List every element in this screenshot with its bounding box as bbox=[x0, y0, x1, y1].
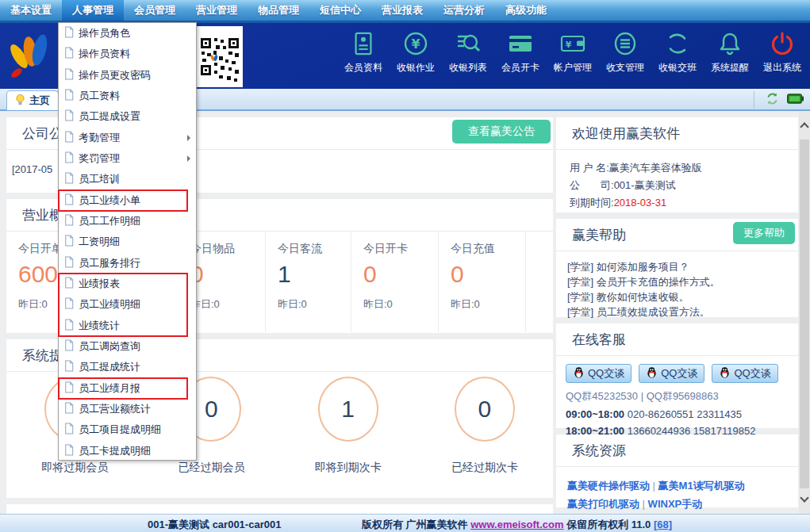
qq-chat-button[interactable]: QQ交谈 bbox=[712, 364, 777, 383]
online-support-panel: 在线客服 QQ交谈QQ交谈QQ交谈 QQ群45232530 | QQ群95698… bbox=[556, 323, 798, 428]
resource-link[interactable]: 赢美M1读写机驱动 bbox=[658, 480, 745, 492]
dropdown-item-attendance-management[interactable]: 考勤管理 bbox=[59, 128, 196, 148]
dropdown-item-staff-performance-detail[interactable]: 员工业绩明细 bbox=[59, 294, 196, 315]
toolbar-member-info[interactable]: 会员资料 bbox=[337, 29, 390, 75]
scroll-down-icon[interactable] bbox=[800, 493, 808, 502]
dropdown-item-label: 员工提成设置 bbox=[79, 109, 140, 124]
dropdown-item-label: 员工项目提成明细 bbox=[79, 423, 161, 437]
help-line[interactable]: [学堂] 教你如何快速收银。 bbox=[567, 289, 798, 304]
toolbar-account-management[interactable]: ¥帐户管理 bbox=[547, 29, 599, 75]
menu-item-business-reports[interactable]: 营业报表 bbox=[371, 0, 433, 21]
page-icon bbox=[64, 423, 74, 437]
bulb-icon bbox=[15, 94, 25, 109]
reminder-count-cards-expired: 0已经过期次卡 bbox=[417, 377, 553, 475]
menu-item-advanced-functions[interactable]: 高级功能 bbox=[495, 0, 557, 21]
help-line[interactable]: [学堂] 会员开卡充值的操作方式。 bbox=[567, 274, 798, 289]
resource-link[interactable]: 赢美硬件操作驱动 bbox=[567, 480, 650, 492]
dropdown-item-label: 业绩报表 bbox=[79, 277, 120, 291]
dropdown-item-staff-performance-slip[interactable]: 员工业绩小单 bbox=[59, 190, 196, 211]
help-lines: [学堂] 如何添加服务项目？[学堂] 会员开卡充值的操作方式。[学堂] 教你如何… bbox=[556, 251, 798, 320]
qq-chat-button[interactable]: QQ交谈 bbox=[566, 364, 631, 383]
statusbar-copyright: 版权所有 广州赢美软件 www.emeisoft.com 保留所有权利 11.0… bbox=[362, 518, 672, 532]
dropdown-item-label: 员工营业额统计 bbox=[79, 402, 151, 416]
dropdown-item-staff-project-commission-detail[interactable]: 员工项目提成明细 bbox=[59, 419, 196, 440]
toolbar-label: 收支管理 bbox=[599, 61, 651, 75]
stat-label: 今日物品 bbox=[190, 242, 265, 256]
toolbar-cashier-list[interactable]: 收银列表 bbox=[442, 29, 494, 75]
system-resources-panel: 系统资源 赢美硬件操作驱动 | 赢美M1读写机驱动赢美打印机驱动 | WINXP… bbox=[556, 434, 798, 507]
welcome-line: 用 户 名:赢美汽车美容体验版 bbox=[570, 159, 798, 177]
copyright-prefix: 版权所有 广州赢美软件 bbox=[362, 519, 470, 530]
dropdown-item-reward-punishment[interactable]: 奖罚管理 bbox=[59, 148, 196, 169]
stat-filler bbox=[526, 232, 553, 332]
scrollbar[interactable] bbox=[799, 111, 810, 514]
stat-yesterday: 昨日:0 bbox=[278, 297, 351, 312]
view-announcement-button[interactable]: 查看赢美公告 bbox=[452, 120, 551, 144]
resource-link[interactable]: WINXP手动 bbox=[648, 498, 703, 510]
dropdown-item-label: 业绩统计 bbox=[79, 319, 120, 333]
toolbar-member-open-card[interactable]: 会员开卡 bbox=[494, 29, 547, 75]
dropdown-item-operator-change-password[interactable]: 操作员更改密码 bbox=[59, 65, 196, 86]
reminder-count-cards-expiring-soon: 1即将到期次卡 bbox=[280, 377, 417, 475]
stat-today-recharge: 今日充值0昨日:0 bbox=[439, 232, 526, 332]
welcome-line: 到期时间:2018-03-31 bbox=[570, 194, 798, 212]
menu-item-goods-management[interactable]: 物品管理 bbox=[248, 0, 309, 21]
toolbar-income-expense[interactable]: 收支管理 bbox=[599, 29, 651, 75]
toolbar-cashier-shift[interactable]: 收银交班 bbox=[651, 29, 704, 75]
dropdown-item-staff-revenue-statistics[interactable]: 员工营业额统计 bbox=[59, 399, 196, 419]
dropdown-item-label: 奖罚管理 bbox=[79, 151, 120, 166]
dropdown-item-staff-transfer-query[interactable]: 员工调岗查询 bbox=[59, 336, 196, 357]
menu-item-basic-settings[interactable]: 基本设置 bbox=[0, 0, 62, 21]
tab-home[interactable]: 主页 bbox=[6, 90, 59, 110]
qq-chat-button[interactable]: QQ交谈 bbox=[639, 364, 704, 383]
toolbar-cashier-work[interactable]: ¥收银作业 bbox=[390, 29, 442, 75]
dropdown-item-staff-work-detail[interactable]: 员工工作明细 bbox=[59, 211, 196, 232]
welcome-title: 欢迎使用赢美软件 bbox=[556, 117, 798, 150]
page-icon bbox=[64, 277, 74, 291]
more-help-button[interactable]: 更多帮助 bbox=[733, 222, 795, 244]
hr-management-dropdown: 操作员角色操作员资料操作员更改密码员工资料员工提成设置考勤管理奖罚管理员工培训员… bbox=[58, 22, 197, 461]
page-icon bbox=[64, 68, 74, 82]
scroll-up-icon[interactable] bbox=[800, 122, 808, 131]
dropdown-item-salary-detail[interactable]: 工资明细 bbox=[59, 232, 196, 252]
menu-item-operation-analysis[interactable]: 运营分析 bbox=[433, 0, 495, 21]
menubar: 基本设置人事管理会员管理营业管理物品管理短信中心营业报表运营分析高级功能 bbox=[0, 0, 810, 21]
dropdown-item-operator-role[interactable]: 操作员角色 bbox=[59, 23, 196, 44]
dropdown-item-staff-performance-monthly[interactable]: 员工业绩月报 bbox=[59, 378, 196, 399]
stat-label: 今日开卡 bbox=[363, 242, 438, 256]
toolbar-label: 收银作业 bbox=[390, 61, 442, 75]
dropdown-item-performance-report[interactable]: 业绩报表 bbox=[59, 274, 196, 294]
resource-link-row: 赢美硬件操作驱动 | 赢美M1读写机驱动 bbox=[567, 477, 798, 495]
dropdown-item-staff-commission-statistics[interactable]: 员工提成统计 bbox=[59, 357, 196, 377]
help-panel: 赢美帮助 更多帮助 [学堂] 如何添加服务项目？[学堂] 会员开卡充值的操作方式… bbox=[556, 219, 798, 317]
online-support-title: 在线客服 bbox=[556, 323, 798, 356]
next-panel-edge bbox=[6, 504, 553, 514]
page-icon bbox=[64, 151, 74, 166]
menu-item-hr-management[interactable]: 人事管理 bbox=[62, 0, 124, 21]
help-line[interactable]: [学堂] 如何添加服务项目？ bbox=[567, 259, 798, 274]
menu-item-sms-center[interactable]: 短信中心 bbox=[309, 0, 371, 21]
dropdown-item-staff-service-ranking[interactable]: 员工服务排行 bbox=[59, 253, 196, 274]
dropdown-item-staff-commission-settings[interactable]: 员工提成设置 bbox=[59, 106, 196, 127]
battery-icon[interactable] bbox=[787, 93, 804, 107]
refresh-icon[interactable] bbox=[766, 92, 779, 109]
resource-link[interactable]: 赢美打印机驱动 bbox=[567, 498, 639, 510]
help-line[interactable]: [学堂] 员工绩效提成设置方法。 bbox=[567, 304, 798, 320]
page-icon bbox=[64, 26, 74, 40]
dropdown-item-staff-training[interactable]: 员工培训 bbox=[59, 169, 196, 189]
dropdown-item-staff-profile[interactable]: 员工资料 bbox=[59, 86, 196, 106]
dropdown-item-performance-statistics[interactable]: 业绩统计 bbox=[59, 316, 196, 336]
page-icon bbox=[64, 297, 74, 312]
app-window: 基本设置人事管理会员管理营业管理物品管理短信中心营业报表运营分析高级功能 bbox=[0, 0, 810, 532]
toolbar-system-reminder[interactable]: 系统提醒 bbox=[704, 29, 756, 75]
wallet-icon: ¥ bbox=[547, 29, 599, 58]
dropdown-item-staff-card-commission-detail[interactable]: 员工卡提成明细 bbox=[59, 441, 196, 461]
build-link[interactable]: [68] bbox=[654, 519, 672, 530]
scrollbar-thumb[interactable] bbox=[800, 140, 809, 488]
toolbar-exit-system[interactable]: 退出系统 bbox=[756, 29, 808, 75]
dropdown-item-operator-profile[interactable]: 操作员资料 bbox=[59, 44, 196, 64]
menu-item-business-management[interactable]: 营业管理 bbox=[186, 0, 248, 21]
website-link[interactable]: www.emeisoft.com bbox=[470, 519, 563, 530]
expiry-date-value: 2018-03-31 bbox=[614, 197, 667, 209]
menu-item-member-management[interactable]: 会员管理 bbox=[124, 0, 186, 21]
